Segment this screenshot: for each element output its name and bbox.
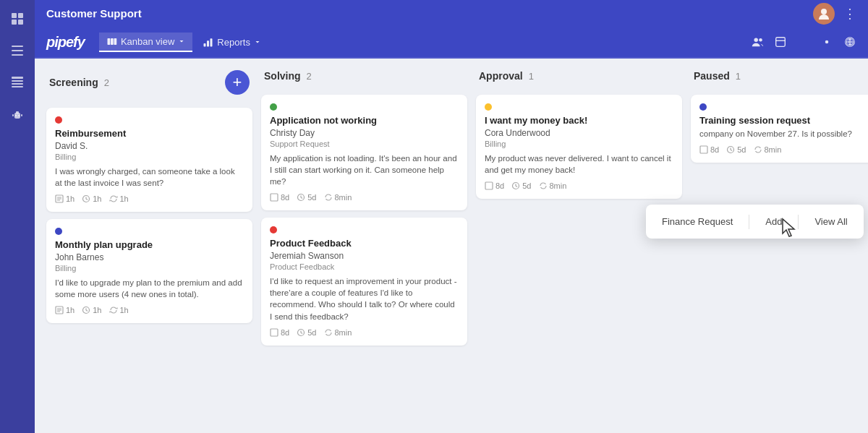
meta-clock: 1h [82,194,101,203]
card-title: Training session request [699,115,868,126]
sidebar-icon-list[interactable] [7,40,27,61]
svg-rect-0 [12,13,17,18]
popup-view-all[interactable]: View All [810,213,851,230]
svg-point-13 [15,115,17,116]
sidebar-icon-grid[interactable] [7,9,27,29]
subbar-tools [751,35,856,48]
svg-rect-7 [12,77,23,79]
column-solving: Solving 2 Application not working Christ… [261,70,467,421]
column-screening: Screening 2 + Reimbursement David S. Bil… [46,70,252,421]
column-header-paused: Paused 1 [691,70,868,87]
page-title: Customer Support [46,7,142,20]
card-desc: My application is not loading. It's been… [270,153,459,187]
svg-rect-38 [271,194,278,201]
card-desc: company on November 27. Is it possible? [699,128,868,140]
svg-rect-6 [12,54,23,56]
svg-rect-8 [12,80,23,82]
card-monthly-plan[interactable]: Monthly plan upgrade John Barnes Billing… [46,219,252,323]
sidebar-icon-bot[interactable] [7,104,27,124]
column-title: Paused [694,70,730,82]
popup-divider-2 [798,215,799,229]
filter-icon[interactable] [797,35,810,48]
meta-refresh: 8min [539,181,567,190]
meta-clock: 5d [297,193,316,202]
add-card-button[interactable]: + [225,70,250,95]
column-count: 2 [104,77,109,88]
svg-rect-26 [776,38,786,47]
svg-rect-15 [12,114,14,116]
card-product-feedback[interactable]: Product Feedback Jeremiah Swanson Produc… [261,218,467,345]
svg-rect-18 [107,38,110,45]
popup-add[interactable]: Add [761,213,786,230]
card-meta: 8d 5d 8min [270,193,459,202]
topbar: Customer Support ⋮ [35,0,868,27]
column-title: Approval [479,70,523,82]
column-header-approval: Approval 1 [476,70,682,87]
meta-form: 8d [699,145,719,154]
svg-rect-44 [700,146,707,153]
card-title: Monthly plan upgrade [55,239,244,250]
meta-clock: 5d [511,181,531,190]
card-desc: My product was never delivered. I want t… [485,153,673,176]
column-count: 1 [736,71,741,82]
card-title: I want my money back! [485,115,673,126]
settings-icon[interactable] [820,35,833,48]
kanban-view-button[interactable]: Kanban view [99,33,192,52]
reports-button[interactable]: Reports [195,33,268,51]
svg-point-25 [759,38,762,42]
card-priority-dot [270,226,277,233]
card-tag: Support Request [270,140,459,148]
svg-rect-20 [114,38,116,45]
main-area: Customer Support ⋮ pipefy Kanban view Re… [35,0,868,433]
meta-refresh: 1h [109,306,129,314]
avatar[interactable] [813,3,835,25]
card-meta: 1h 1h 1h [55,306,244,314]
svg-rect-5 [12,50,23,51]
meta-form: 8d [270,193,289,202]
column-header-screening: Screening 2 + [46,70,252,100]
card-priority-dot [270,103,277,111]
svg-rect-22 [207,40,209,46]
people-icon[interactable] [751,35,764,48]
card-title: Reimbursement [55,128,244,139]
link-icon[interactable] [843,35,856,48]
card-title: Application not working [270,115,459,126]
card-app-not-working[interactable]: Application not working Christy Day Supp… [261,95,467,210]
card-author: Cora Underwood [485,128,673,138]
meta-form: 8d [485,181,504,190]
meta-clock: 5d [726,145,746,154]
kanban-board: Screening 2 + Reimbursement David S. Bil… [35,59,868,433]
svg-point-17 [821,9,827,14]
context-menu-popup: Finance Request Add View All [646,205,864,239]
meta-refresh: 8min [324,328,352,337]
svg-rect-19 [111,38,114,45]
sidebar [0,0,35,433]
card-priority-dot [485,103,492,111]
svg-point-27 [825,40,829,44]
svg-point-14 [18,115,20,116]
column-title: Screening [49,77,98,88]
card-author: John Barnes [55,252,244,262]
card-author: David S. [55,141,244,151]
svg-rect-4 [12,46,23,47]
card-priority-dot [55,228,62,235]
card-tag: Billing [55,153,244,161]
more-menu-icon[interactable]: ⋮ [843,6,856,22]
card-money-back[interactable]: I want my money back! Cora Underwood Bil… [476,95,682,199]
card-training-session[interactable]: Training session request company on Nove… [691,95,868,163]
card-author: Jeremiah Swanson [270,251,459,261]
meta-clock: 1h [82,306,101,314]
card-priority-dot [55,116,62,124]
card-reimbursement[interactable]: Reimbursement David S. Billing I was wro… [46,108,252,212]
logo[interactable]: pipefy [46,34,85,51]
svg-point-24 [754,38,758,42]
sidebar-icon-table[interactable] [7,72,27,93]
meta-refresh: 8min [324,193,352,202]
topbar-right: ⋮ [813,3,856,25]
card-tag: Product Feedback [270,262,459,271]
svg-rect-16 [21,114,22,116]
share-icon[interactable] [774,35,787,48]
svg-rect-1 [18,13,23,18]
card-author: Christy Day [270,128,459,138]
popup-finance-request[interactable]: Finance Request [658,213,737,230]
